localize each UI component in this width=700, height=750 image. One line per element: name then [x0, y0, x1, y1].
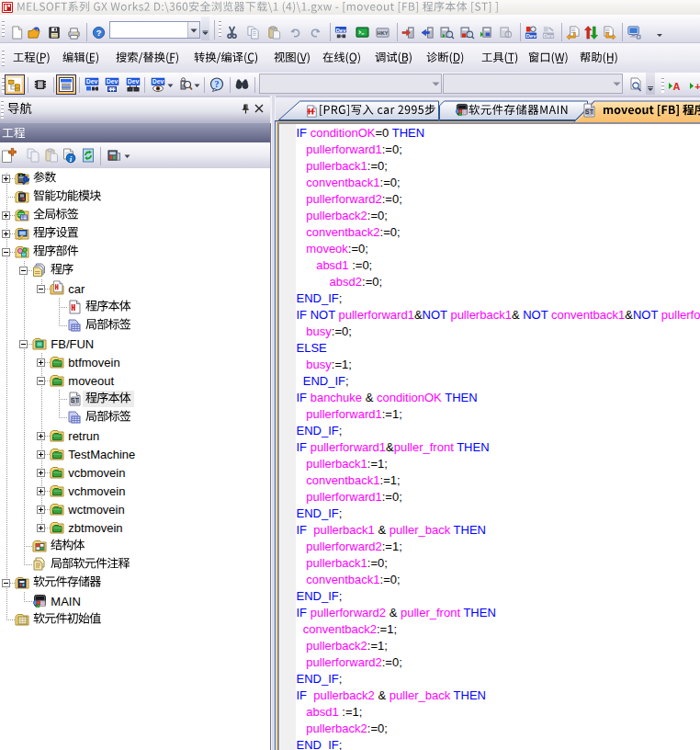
svg-text:ST: ST	[585, 108, 593, 115]
svg-text:Dev: Dev	[335, 27, 346, 33]
svg-text:Dev: Dev	[128, 78, 140, 85]
svg-text:ST: ST	[71, 397, 78, 403]
svg-text:HKY: HKY	[378, 30, 389, 36]
svg-text:Dev: Dev	[86, 78, 98, 85]
svg-text:?: ?	[96, 28, 102, 38]
svg-text:Dev: Dev	[525, 32, 536, 39]
svg-text:Dev: Dev	[152, 78, 164, 85]
svg-text:Dev: Dev	[107, 78, 119, 85]
svg-text:?: ?	[215, 79, 220, 89]
svg-text:A: A	[673, 81, 681, 92]
svg-text:+: +	[694, 81, 700, 92]
svg-text:Dev: Dev	[543, 32, 554, 39]
